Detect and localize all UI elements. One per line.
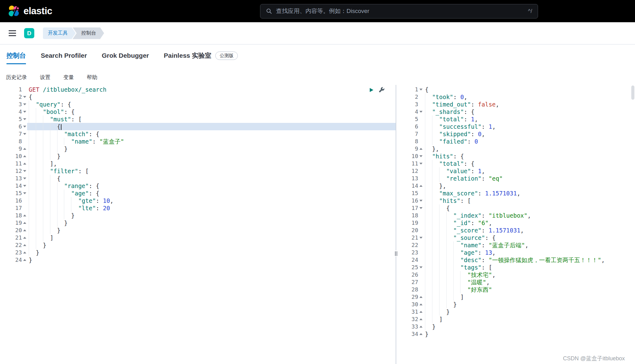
fold-toggle-icon[interactable] [22, 155, 27, 157]
fold-toggle-icon[interactable] [418, 89, 423, 90]
code-content[interactable]: } [27, 153, 396, 160]
code-content[interactable]: "_score": 1.1571031, [423, 227, 635, 234]
code-content[interactable]: ] [27, 234, 396, 241]
code-content[interactable]: ], [27, 160, 396, 167]
menu-item-variables[interactable]: 变量 [63, 74, 74, 81]
code-content[interactable]: "took": 0, [423, 93, 635, 101]
code-content[interactable]: "gte": 10, [27, 197, 396, 204]
fold-toggle-icon[interactable] [418, 111, 423, 113]
response-viewer[interactable]: 1{2"took": 0,3"timed_out": false,4"_shar… [396, 85, 635, 364]
fold-toggle-icon[interactable] [418, 237, 423, 239]
code-content[interactable]: "name": "蓝盒子后端", [423, 241, 635, 249]
code-content[interactable]: } [423, 301, 635, 308]
wrench-icon[interactable] [379, 87, 385, 93]
code-content[interactable]: "total": 1, [423, 115, 635, 123]
menu-item-help[interactable]: 帮助 [87, 74, 97, 81]
code-content[interactable]: "must": [ [27, 115, 396, 123]
code-content[interactable]: "total": { [423, 160, 635, 167]
fold-toggle-icon[interactable] [22, 192, 27, 194]
code-content[interactable]: "relation": "eq" [423, 175, 635, 182]
code-content[interactable]: "skipped": 0, [423, 130, 635, 138]
code-content[interactable]: "tags": [ [423, 264, 635, 271]
nav-menu-icon[interactable] [9, 30, 16, 36]
fold-toggle-icon[interactable] [22, 252, 27, 253]
fold-toggle-icon[interactable] [418, 207, 423, 209]
code-content[interactable]: { [423, 204, 635, 212]
fold-toggle-icon[interactable] [418, 185, 423, 187]
fold-toggle-icon[interactable] [22, 244, 27, 246]
fold-toggle-icon[interactable] [22, 170, 27, 172]
tab-grok-debugger[interactable]: Grok Debugger [102, 44, 149, 67]
send-request-button[interactable] [369, 87, 374, 93]
fold-toggle-icon[interactable] [418, 163, 423, 165]
fold-toggle-icon[interactable] [418, 318, 423, 320]
tab-search-profiler[interactable]: Search Profiler [41, 44, 87, 67]
code-content[interactable]: { [27, 175, 396, 182]
code-content[interactable]: GET /itbluebox/_search [27, 86, 396, 93]
fold-toggle-icon[interactable] [418, 200, 423, 202]
tab-console[interactable]: 控制台 [6, 44, 26, 67]
code-content[interactable]: "timed_out": false, [423, 101, 635, 108]
elastic-logo[interactable]: elastic [8, 5, 52, 17]
code-content[interactable]: "age": 13, [423, 249, 635, 256]
code-content[interactable]: "bool": { [27, 108, 396, 115]
code-content[interactable]: "好东西" [423, 286, 635, 293]
fold-toggle-icon[interactable] [22, 163, 27, 165]
code-content[interactable]: "failed": 0 [423, 138, 635, 145]
code-content[interactable]: } [27, 219, 396, 227]
fold-toggle-icon[interactable] [418, 148, 423, 150]
fold-toggle-icon[interactable] [22, 178, 27, 179]
code-content[interactable]: } [423, 330, 635, 338]
fold-toggle-icon[interactable] [22, 118, 27, 120]
code-content[interactable]: "name": "蓝盒子" [27, 138, 396, 145]
code-content[interactable]: "age": { [27, 190, 396, 197]
code-content[interactable]: } [27, 212, 396, 219]
code-content[interactable]: "desc": "一顿操作猛如虎，一看工资两千五！！！", [423, 256, 635, 264]
code-content[interactable]: "range": { [27, 182, 396, 190]
code-content[interactable]: "_id": "6", [423, 219, 635, 227]
dev-tools-app-badge[interactable]: D [24, 28, 34, 38]
fold-toggle-icon[interactable] [22, 259, 27, 261]
code-content[interactable]: "match": { [27, 130, 396, 138]
code-content[interactable]: }, [423, 182, 635, 190]
fold-toggle-icon[interactable] [22, 126, 27, 128]
fold-toggle-icon[interactable] [418, 326, 423, 328]
code-content[interactable]: "value": 1, [423, 167, 635, 175]
fold-toggle-icon[interactable] [22, 237, 27, 239]
code-content[interactable]: { [27, 123, 396, 130]
fold-toggle-icon[interactable] [22, 111, 27, 113]
code-content[interactable]: } [27, 227, 396, 234]
fold-toggle-icon[interactable] [22, 96, 27, 98]
code-content[interactable]: "_shards": { [423, 108, 635, 115]
code-content[interactable]: } [423, 323, 635, 330]
fold-toggle-icon[interactable] [22, 103, 27, 105]
code-content[interactable]: } [423, 308, 635, 316]
code-content[interactable]: "hits": [ [423, 197, 635, 204]
code-content[interactable]: "温暖", [423, 278, 635, 286]
fold-toggle-icon[interactable] [418, 155, 423, 157]
tab-painless-lab[interactable]: Painless 实验室公测版 [164, 44, 238, 67]
code-content[interactable]: "filter": [ [27, 167, 396, 175]
fold-toggle-icon[interactable] [22, 148, 27, 150]
code-content[interactable]: } [27, 249, 396, 256]
menu-item-history[interactable]: 历史记录 [6, 74, 27, 81]
menu-item-settings[interactable]: 设置 [40, 74, 50, 81]
breadcrumb-1[interactable]: 开发工具 [43, 27, 76, 39]
fold-toggle-icon[interactable] [418, 303, 423, 305]
code-content[interactable]: { [27, 93, 396, 101]
breadcrumb-2[interactable]: 控制台 [73, 27, 104, 39]
code-content[interactable]: "_source": { [423, 234, 635, 241]
fold-toggle-icon[interactable] [22, 185, 27, 187]
fold-toggle-icon[interactable] [22, 133, 27, 135]
request-editor[interactable]: 1GET /itbluebox/_search2{3"query": {4"bo… [0, 85, 396, 364]
fold-toggle-icon[interactable] [418, 296, 423, 298]
code-content[interactable]: "lte": 20 [27, 204, 396, 212]
global-search-input[interactable]: 查找应用、内容等。例如：Discover ^/ [260, 4, 538, 19]
code-content[interactable]: } [27, 145, 396, 153]
code-content[interactable]: "successful": 1, [423, 123, 635, 130]
fold-toggle-icon[interactable] [418, 333, 423, 335]
fold-toggle-icon[interactable] [22, 229, 27, 231]
code-content[interactable]: "技术宅", [423, 271, 635, 278]
code-content[interactable]: "max_score": 1.1571031, [423, 190, 635, 197]
fold-toggle-icon[interactable] [418, 266, 423, 268]
